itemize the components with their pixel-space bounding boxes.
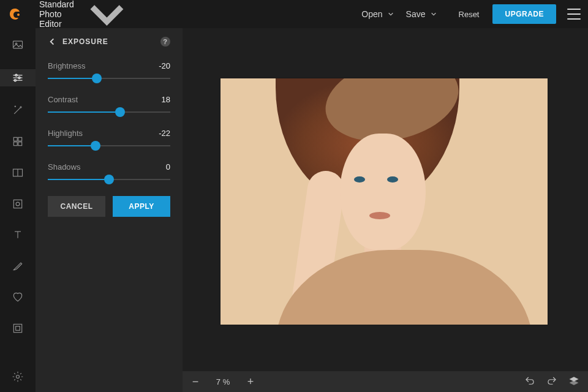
brush-icon: [12, 260, 24, 272]
magic-tool[interactable]: [7, 104, 29, 118]
canvas-area: − 7 % +: [183, 28, 588, 392]
open-label: Open: [361, 9, 382, 19]
exposure-panel: EXPOSURE ? Brightness-20Contrast18Highli…: [36, 28, 183, 392]
hamburger-icon: [567, 9, 581, 10]
svg-point-0: [17, 13, 20, 16]
hamburger-icon: [567, 13, 581, 15]
resize-icon: [12, 322, 24, 334]
save-label: Save: [406, 9, 426, 19]
slider-label: Highlights: [48, 129, 83, 138]
open-menu[interactable]: Open: [355, 6, 399, 23]
slider-track[interactable]: [48, 75, 170, 81]
heart-tool[interactable]: [7, 290, 29, 304]
cancel-button[interactable]: CANCEL: [48, 196, 105, 217]
image-canvas[interactable]: [221, 78, 548, 325]
back-chevron-icon[interactable]: [48, 37, 56, 46]
layers-icon: [568, 375, 579, 386]
undo-button[interactable]: [524, 375, 535, 388]
slider-value: -22: [159, 129, 170, 138]
redo-icon: [546, 375, 557, 386]
grid-tool[interactable]: [7, 135, 29, 149]
tool-rail: [0, 28, 36, 392]
app-header: Standard Photo Editor Open Save Reset UP…: [0, 0, 588, 28]
svg-line-9: [14, 108, 20, 114]
slider-highlights: Highlights-22: [48, 129, 170, 149]
slider-thumb[interactable]: [91, 141, 100, 151]
slider-track[interactable]: [48, 109, 170, 115]
reset-button[interactable]: Reset: [451, 6, 487, 23]
resize-tool[interactable]: [7, 321, 29, 335]
svg-rect-14: [13, 137, 17, 141]
zoom-control: − 7 % +: [191, 375, 255, 388]
slider-thumb[interactable]: [115, 107, 125, 117]
undo-icon: [524, 375, 535, 386]
svg-rect-25: [16, 326, 20, 330]
slider-label: Brightness: [48, 61, 85, 70]
zoom-value: 7 %: [211, 377, 235, 386]
text-tool[interactable]: [7, 228, 29, 242]
panel-title: EXPOSURE: [62, 37, 154, 46]
image-icon: [12, 39, 24, 51]
photo-placeholder: [340, 134, 426, 250]
hamburger-icon: [567, 18, 581, 20]
zoom-out-button[interactable]: −: [191, 375, 200, 388]
gear-icon: [12, 371, 24, 383]
layers-button[interactable]: [568, 375, 579, 388]
app-logo: [7, 7, 22, 21]
slider-shadows: Shadows0: [48, 162, 170, 183]
slider-value: -20: [159, 61, 170, 70]
slider-track[interactable]: [48, 176, 170, 183]
svg-rect-1: [13, 42, 23, 49]
save-menu[interactable]: Save: [400, 6, 443, 23]
chevron-down-icon: [388, 11, 394, 17]
slider-track[interactable]: [48, 143, 170, 149]
photo-placeholder: [354, 176, 365, 183]
adjustments-tool[interactable]: [0, 69, 36, 86]
grid-icon: [12, 135, 24, 148]
target-icon: [12, 198, 24, 210]
slider-brightness: Brightness-20: [48, 61, 170, 81]
redo-button[interactable]: [546, 375, 557, 388]
photo-placeholder: [387, 176, 398, 183]
main-menu-button[interactable]: [567, 9, 581, 20]
sliders-icon: [12, 72, 24, 84]
svg-point-21: [16, 202, 20, 206]
zoom-in-button[interactable]: +: [246, 375, 255, 388]
magic-wand-icon: [12, 104, 24, 116]
settings-tool[interactable]: [7, 369, 29, 383]
slider-thumb[interactable]: [104, 175, 114, 184]
slider-label: Shadows: [48, 162, 80, 172]
slider-value: 18: [162, 95, 170, 104]
text-icon: [12, 228, 24, 241]
split-view-icon: [12, 167, 24, 179]
slider-contrast: Contrast18: [48, 95, 170, 115]
photo-placeholder: [369, 212, 390, 219]
chevron-down-icon: [431, 11, 437, 17]
upgrade-button[interactable]: UPGRADE: [492, 4, 556, 24]
help-button[interactable]: ?: [160, 37, 170, 47]
svg-rect-20: [13, 200, 21, 208]
svg-rect-24: [13, 324, 21, 332]
heart-icon: [12, 291, 24, 303]
frame-tool[interactable]: [7, 197, 29, 211]
svg-rect-16: [13, 142, 17, 146]
svg-rect-17: [18, 142, 22, 146]
status-bar: − 7 % +: [183, 371, 588, 392]
svg-point-26: [17, 375, 20, 378]
compare-tool[interactable]: [7, 165, 29, 179]
image-tool[interactable]: [7, 38, 29, 52]
brush-tool[interactable]: [7, 259, 29, 273]
slider-label: Contrast: [48, 95, 78, 104]
svg-rect-15: [18, 137, 22, 141]
slider-value: 0: [166, 162, 170, 172]
svg-marker-28: [570, 380, 579, 385]
product-name: Standard Photo Editor: [39, 0, 80, 29]
slider-thumb[interactable]: [92, 74, 102, 83]
apply-button[interactable]: APPLY: [113, 196, 170, 217]
